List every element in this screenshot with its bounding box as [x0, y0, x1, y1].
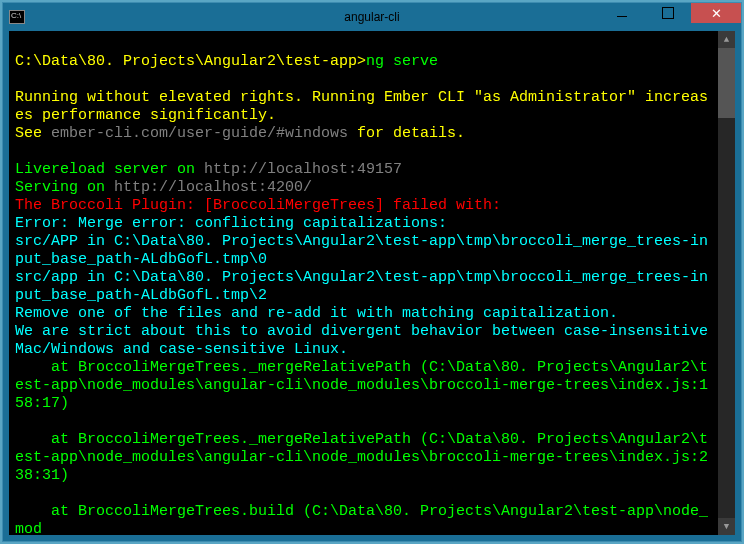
- window-title: angular-cli: [344, 10, 399, 24]
- prompt-path: C:\Data\80. Projects\Angular2\test-app>: [15, 53, 366, 70]
- livereload-url: http://localhost:49157: [204, 161, 402, 178]
- warn-see: See: [15, 125, 51, 142]
- terminal-window: C:\ angular-cli ✕ C:\Data\80. Projects\A…: [2, 2, 742, 542]
- terminal-body[interactable]: C:\Data\80. Projects\Angular2\test-app>n…: [9, 31, 735, 535]
- scroll-down-icon[interactable]: ▼: [718, 518, 735, 535]
- window-controls: ✕: [599, 3, 741, 23]
- warn-link: ember-cli.com/user-guide/#windows: [51, 125, 348, 142]
- strict-hint: We are strict about this to avoid diverg…: [15, 323, 717, 358]
- broccoli-fail-line: The Broccoli Plugin: [BroccoliMergeTrees…: [15, 197, 501, 214]
- terminal-output: C:\Data\80. Projects\Angular2\test-app>n…: [15, 35, 731, 535]
- src-app-upper: src/APP in C:\Data\80. Projects\Angular2…: [15, 233, 708, 268]
- maximize-button[interactable]: [645, 3, 691, 23]
- scroll-up-icon[interactable]: ▲: [718, 31, 735, 48]
- titlebar[interactable]: C:\ angular-cli ✕: [3, 3, 741, 31]
- serving-url: http://localhost:4200/: [114, 179, 312, 196]
- src-app-lower: src/app in C:\Data\80. Projects\Angular2…: [15, 269, 708, 304]
- close-button[interactable]: ✕: [691, 3, 741, 23]
- stack-trace-1: at BroccoliMergeTrees._mergeRelativePath…: [15, 359, 708, 412]
- serving-label: Serving on: [15, 179, 114, 196]
- vertical-scrollbar[interactable]: ▲ ▼: [718, 31, 735, 535]
- livereload-label: Livereload server on: [15, 161, 204, 178]
- cmd-icon: C:\: [9, 10, 25, 24]
- stack-trace-2: at BroccoliMergeTrees._mergeRelativePath…: [15, 431, 708, 484]
- warn-details: for details.: [348, 125, 465, 142]
- minimize-button[interactable]: [599, 3, 645, 23]
- remove-hint: Remove one of the files and re-add it wi…: [15, 305, 618, 322]
- error-line: Error: Merge error: conflicting capitali…: [15, 215, 447, 232]
- warn-line: Running without elevated rights. Running…: [15, 89, 708, 124]
- scroll-thumb[interactable]: [718, 48, 735, 118]
- stack-trace-3: at BroccoliMergeTrees.build (C:\Data\80.…: [15, 503, 708, 535]
- prompt-command: ng serve: [366, 53, 438, 70]
